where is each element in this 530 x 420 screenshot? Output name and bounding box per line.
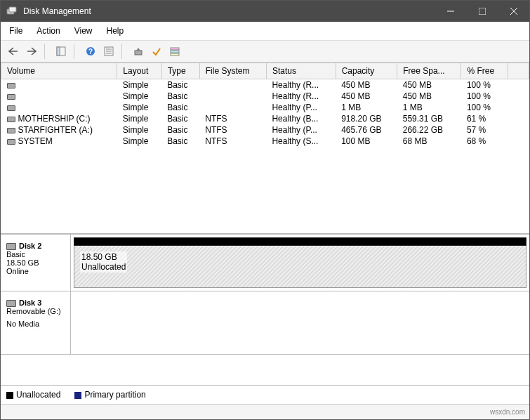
- menu-help[interactable]: Help: [100, 25, 131, 37]
- minimize-button[interactable]: [435, 1, 466, 22]
- region-size: 18.50 GB: [81, 252, 126, 262]
- svg-text:?: ?: [88, 48, 93, 55]
- menu-file[interactable]: File: [2, 25, 29, 37]
- app-icon: [6, 6, 18, 17]
- disk-label: Disk 3 Removable (G:) No Media: [1, 291, 71, 354]
- refresh-icon[interactable]: [130, 44, 147, 59]
- table-row[interactable]: SimpleBasicHealthy (R...450 MB450 MB100 …: [1, 79, 529, 91]
- close-button[interactable]: [498, 1, 529, 22]
- swatch-unallocated: [6, 392, 13, 399]
- disk-graphic-scroll[interactable]: Disk 2 Basic 18.50 GB Online 18.50 GB Un…: [1, 235, 529, 385]
- menu-action[interactable]: Action: [29, 25, 67, 37]
- col-freespace[interactable]: Free Spa...: [397, 63, 461, 79]
- cell-fs: [199, 79, 266, 91]
- col-status[interactable]: Status: [266, 63, 336, 79]
- table-row[interactable]: STARFIGHTER (A:)SimpleBasicNTFSHealthy (…: [1, 124, 529, 136]
- table-row[interactable]: SYSTEMSimpleBasicNTFSHealthy (S...100 MB…: [1, 136, 529, 147]
- disk-label: Disk 2 Basic 18.50 GB Online: [1, 235, 71, 291]
- status-bar: wsxdn.com: [1, 404, 529, 419]
- col-spacer: [508, 63, 529, 79]
- cell-free: 68 MB: [397, 136, 461, 147]
- disk-row[interactable]: Disk 2 Basic 18.50 GB Online 18.50 GB Un…: [1, 235, 529, 291]
- cell-type: Basic: [161, 113, 199, 124]
- disk-diagram-empty: [71, 291, 529, 354]
- volume-icon: [7, 105, 15, 111]
- toolbar-separator: [74, 44, 79, 59]
- cell-status: Healthy (R...: [266, 91, 336, 102]
- cell-status: Healthy (S...: [266, 136, 336, 147]
- disk-status: Online: [6, 267, 65, 275]
- cell-free: 450 MB: [397, 91, 461, 102]
- window-title: Disk Management: [23, 6, 435, 16]
- cell-capacity: 100 MB: [336, 136, 397, 147]
- cell-status: Healthy (P...: [266, 102, 336, 113]
- cell-fs: NTFS: [199, 113, 266, 124]
- cell-layout: Simple: [117, 79, 161, 91]
- disk-type: Basic: [6, 250, 65, 258]
- back-button[interactable]: [5, 44, 22, 59]
- disk-region-unallocated[interactable]: 18.50 GB Unallocated: [74, 246, 526, 288]
- cell-pct: 57 %: [461, 124, 508, 136]
- cell-capacity: 465.76 GB: [336, 124, 397, 136]
- cell-layout: Simple: [117, 91, 161, 102]
- col-type[interactable]: Type: [161, 63, 199, 79]
- cell-layout: Simple: [117, 136, 161, 147]
- toolbar-separator: [44, 44, 50, 59]
- show-hide-console-icon[interactable]: [53, 44, 69, 59]
- cell-capacity: 1 MB: [336, 102, 397, 113]
- volume-name: MOTHERSHIP (C:): [18, 114, 91, 124]
- svg-rect-3: [479, 8, 486, 15]
- cell-layout: Simple: [117, 102, 161, 113]
- volume-table[interactable]: Volume Layout Type File System Status Ca…: [1, 63, 529, 147]
- legend-primary: Primary partition: [74, 390, 145, 400]
- table-row[interactable]: MOTHERSHIP (C:)SimpleBasicNTFSHealthy (B…: [1, 113, 529, 124]
- cell-fs: [199, 102, 266, 113]
- cell-capacity: 918.20 GB: [336, 113, 397, 124]
- forward-button[interactable]: [23, 44, 40, 59]
- disk-size: 18.50 GB: [6, 258, 65, 267]
- volume-icon: [7, 128, 15, 133]
- volume-icon: [7, 94, 15, 100]
- cell-free: 559.31 GB: [397, 113, 461, 124]
- cell-pct: 68 %: [461, 136, 508, 147]
- properties-icon[interactable]: [100, 44, 117, 59]
- menu-view[interactable]: View: [67, 25, 100, 37]
- disk-region-header: [74, 237, 526, 246]
- cell-status: Healthy (B...: [266, 113, 336, 124]
- cell-type: Basic: [161, 124, 199, 136]
- disk-row[interactable]: Disk 3 Removable (G:) No Media: [1, 291, 529, 355]
- legend-unallocated: Unallocated: [6, 390, 60, 400]
- disk-diagram[interactable]: 18.50 GB Unallocated: [71, 235, 529, 291]
- volume-icon: [7, 139, 15, 145]
- table-row[interactable]: SimpleBasicHealthy (R...450 MB450 MB100 …: [1, 91, 529, 102]
- volume-icon: [7, 117, 15, 122]
- maximize-button[interactable]: [466, 1, 498, 22]
- cell-fs: NTFS: [199, 136, 266, 147]
- col-filesystem[interactable]: File System: [199, 63, 266, 79]
- svg-rect-7: [57, 47, 60, 55]
- action-icon[interactable]: [148, 44, 165, 59]
- cell-fs: [199, 91, 266, 102]
- volume-icon: [7, 83, 15, 88]
- region-state: Unallocated: [81, 262, 126, 272]
- cell-capacity: 450 MB: [336, 79, 397, 91]
- cell-layout: Simple: [117, 113, 161, 124]
- cell-status: Healthy (P...: [266, 124, 336, 136]
- help-icon[interactable]: ?: [82, 44, 99, 59]
- col-pctfree[interactable]: % Free: [461, 63, 508, 79]
- cell-type: Basic: [161, 136, 199, 147]
- svg-rect-14: [135, 51, 142, 55]
- cell-type: Basic: [161, 102, 199, 113]
- volume-name: STARFIGHTER (A:): [18, 125, 93, 135]
- table-row[interactable]: SimpleBasicHealthy (P...1 MB1 MB100 %: [1, 102, 529, 113]
- disk-type: Removable (G:): [6, 307, 65, 315]
- toolbar: ?: [1, 41, 529, 63]
- cell-free: 1 MB: [397, 102, 461, 113]
- legend: Unallocated Primary partition: [1, 385, 529, 404]
- col-layout[interactable]: Layout: [117, 63, 161, 79]
- volume-list-pane: Volume Layout Type File System Status Ca…: [1, 63, 529, 235]
- cell-type: Basic: [161, 91, 199, 102]
- col-capacity[interactable]: Capacity: [336, 63, 397, 79]
- col-volume[interactable]: Volume: [1, 63, 117, 79]
- list-icon[interactable]: [166, 44, 183, 59]
